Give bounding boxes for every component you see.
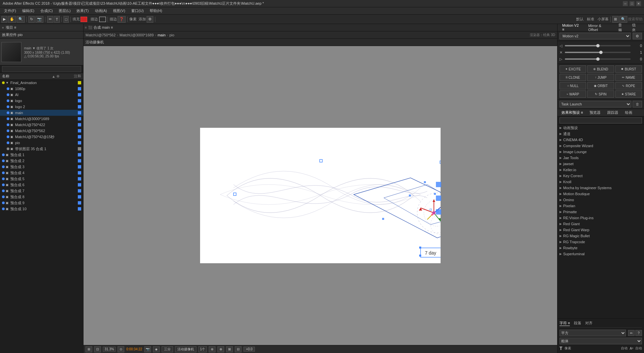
tab-tracker[interactable]: 跟踪器 — [605, 109, 620, 116]
tab-align[interactable]: 对齐 — [585, 321, 593, 326]
bc2[interactable]: MatchU@3000*1689 — [120, 33, 154, 37]
project-item[interactable]: ▣预合成 10 — [0, 206, 83, 212]
layer-count[interactable]: 1个 — [198, 346, 207, 352]
add-button[interactable]: ⚙ — [147, 16, 153, 23]
effect-category[interactable]: ▶Rowbyte — [557, 245, 644, 251]
project-item[interactable]: ▣预合成 9 — [0, 200, 83, 206]
viewer-icon-btn1[interactable]: ⊞ — [86, 346, 92, 352]
effect-category[interactable]: ▶Key Correct — [557, 173, 644, 179]
effect-category[interactable]: ▶jawset — [557, 161, 644, 167]
motion-btn-burst[interactable]: ✸BURST — [615, 65, 642, 73]
menu-item-F[interactable]: 文件(F) — [1, 8, 19, 14]
project-item[interactable]: ▣预合成 1 — [0, 152, 83, 158]
motion-btn-stare[interactable]: ★STARE — [615, 90, 642, 98]
project-item[interactable]: ▣带状图层 35 合成 1 — [0, 146, 83, 152]
project-item[interactable]: ▣预合成 7 — [0, 188, 83, 194]
menu-item-L[interactable]: 图层(L) — [56, 8, 73, 14]
search-input[interactable] — [2, 66, 81, 72]
motion-btn-jump[interactable]: ↑JUMP — [587, 74, 614, 81]
effect-category[interactable]: ▶动画预设 — [557, 125, 644, 131]
motion-btn-name[interactable]: ✏NAME — [615, 74, 642, 81]
project-item[interactable]: ▣pio — [0, 140, 83, 146]
tool-text[interactable]: T — [54, 16, 60, 23]
project-item[interactable]: ▼Final_Animation — [0, 80, 83, 86]
viewer-icon-btn5[interactable]: ⊛ — [209, 346, 215, 352]
project-item[interactable]: ▣MatchU@750*422 — [0, 122, 83, 128]
effect-category[interactable]: ▶Motion Boutique — [557, 191, 644, 197]
project-item[interactable]: ▣预合成 4 — [0, 170, 83, 176]
viewer-icon-btn7[interactable]: ⊠ — [226, 346, 233, 352]
motion-v2-select[interactable]: Motion v2 — [559, 33, 631, 39]
tool-zoom[interactable]: 🔍 — [17, 16, 25, 23]
view-mode[interactable]: 三分 — [162, 346, 173, 352]
motion-btn-clone[interactable]: ⎘CLONE — [559, 74, 586, 81]
effect-category[interactable]: ▶Mocha by Imagineer Systems — [557, 185, 644, 191]
menu-item-E[interactable]: 编辑(E) — [19, 8, 37, 14]
effect-category[interactable]: ▶Red Giant Warp — [557, 227, 644, 233]
tool-camera[interactable]: 📷 — [35, 16, 43, 23]
maximize-button[interactable]: □ — [629, 1, 635, 6]
font-help-btn[interactable]: ? — [635, 330, 642, 336]
tool-hand[interactable]: ✋ — [8, 16, 16, 23]
project-item[interactable]: ▣预合成 2 — [0, 158, 83, 164]
motion-settings-btn[interactable]: ⚙ — [633, 33, 642, 39]
font-edit-btn[interactable]: ✏ — [628, 330, 635, 336]
effect-category[interactable]: ▶RE:Vision Plug-ins — [557, 215, 644, 221]
tab-effects[interactable]: 效果和预设 ≡ — [559, 109, 585, 116]
slider-thumb[interactable] — [596, 57, 600, 61]
tool-select[interactable]: ▶ — [1, 16, 7, 23]
motion-btn-blend[interactable]: ⊕BLEND — [587, 65, 614, 73]
slider-track[interactable] — [565, 58, 631, 60]
effect-category[interactable]: ▶Knoll — [557, 179, 644, 185]
effect-category[interactable]: ▶Composite Wizard — [557, 143, 644, 149]
stroke-color[interactable] — [99, 17, 106, 22]
effect-category[interactable]: ▶RG Magic Bullet — [557, 233, 644, 239]
search-btn[interactable]: 🔍 — [619, 16, 627, 23]
motion-btn-spin[interactable]: ↻SPIN — [587, 90, 614, 98]
effect-category[interactable]: ▶Pixelan — [557, 203, 644, 209]
effect-category[interactable]: ▶Jae Tools — [557, 155, 644, 161]
font-style-select[interactable]: 粗体 — [559, 338, 642, 344]
effect-category[interactable]: ▶Omino — [557, 197, 644, 203]
bc1[interactable]: MatchU@750*562 — [86, 33, 116, 37]
project-item[interactable]: ▣main — [0, 110, 83, 116]
effects-search-input[interactable] — [559, 117, 642, 123]
handle-right-top[interactable] — [436, 182, 441, 187]
motion-btn-rope[interactable]: ∿ROPE — [615, 82, 642, 89]
viewer-icon-btn2[interactable]: ⊡ — [94, 346, 101, 352]
viewer-icon-btn3[interactable]: ⊙ — [118, 346, 124, 352]
effect-category[interactable]: ▶Red Giant — [557, 221, 644, 227]
motion-btn-warp[interactable]: ⌁WARP — [559, 90, 586, 98]
menu-item-H[interactable]: 帮助(H) — [147, 8, 165, 14]
effect-category[interactable]: ▶RG Trapcode — [557, 239, 644, 245]
effect-category[interactable]: ▶Superluminal — [557, 251, 644, 257]
effect-category[interactable]: ▶Primatte — [557, 209, 644, 215]
tab-previewer[interactable]: 预览器 — [588, 109, 603, 116]
motion-btn-orbit[interactable]: ◉ORBIT — [587, 82, 614, 89]
effect-category[interactable]: ▶CINEMA 4D — [557, 137, 644, 143]
motion-btn-excite[interactable]: ✦EXCITE — [559, 65, 586, 73]
project-item[interactable]: ▣logo 2 — [0, 104, 83, 110]
project-item[interactable]: ▣1080p — [0, 86, 83, 92]
fill-color[interactable] — [80, 17, 87, 22]
tool-shape[interactable]: □ — [63, 16, 69, 23]
tab-motion-v2[interactable]: Motion V2 ≡ — [559, 23, 584, 33]
close-button[interactable]: ✕ — [636, 1, 641, 6]
menu-item-A[interactable]: 动画(A) — [92, 8, 110, 14]
minimize-button[interactable]: ─ — [623, 1, 628, 6]
project-item[interactable]: ▣预合成 8 — [0, 194, 83, 200]
workspace-icon[interactable]: ⊞ — [612, 16, 619, 23]
handle-right-bot[interactable] — [436, 209, 441, 215]
tab-character[interactable]: 字符 ≡ — [559, 321, 570, 326]
project-item[interactable]: ▣预合成 5 — [0, 176, 83, 182]
menu-item-C[interactable]: 合成(C) — [38, 8, 55, 14]
camera-icon[interactable]: 📷 — [144, 346, 151, 352]
slider-track[interactable] — [565, 45, 631, 46]
viewer-icon-btn4[interactable]: ◈ — [153, 346, 160, 352]
tool-rotate[interactable]: ↻ — [28, 16, 35, 23]
slider-thumb[interactable] — [599, 51, 603, 54]
tab-mirror-offset[interactable]: Mirror & Offset — [586, 23, 614, 32]
zoom-level[interactable]: 31.3% — [103, 347, 116, 352]
bc3[interactable]: pio — [169, 33, 174, 37]
menu-item-T[interactable]: 效果(T) — [74, 8, 91, 14]
